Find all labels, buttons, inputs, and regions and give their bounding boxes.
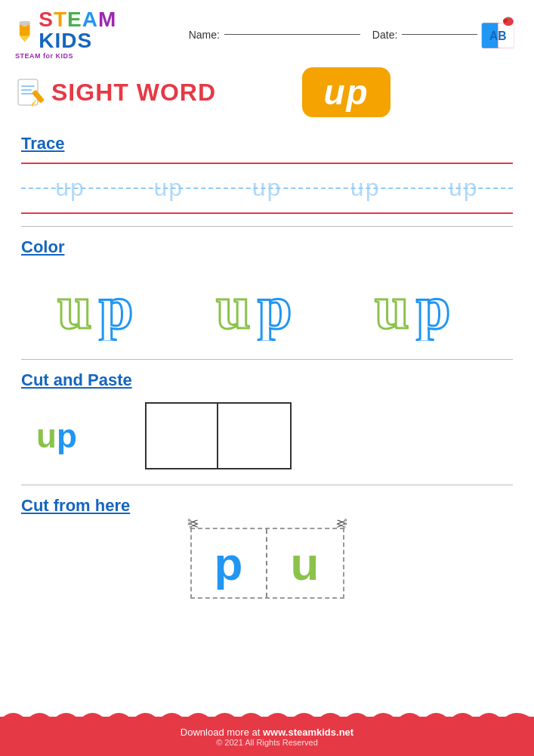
cut-letter-u: u [291,537,319,590]
word-badge-text: up [323,73,369,112]
footer-download-label: Download more at [181,727,263,738]
trace-word-4: up [350,174,381,202]
svg-rect-12 [21,85,35,87]
logo-a: A [82,8,98,31]
svg-text:AB: AB [489,29,507,42]
color-words-row: u p u p u p [21,262,513,352]
cut-paste-box-1 [147,404,218,468]
worksheet-icon [15,78,44,107]
sight-word-bar: SIGHT WORD up [0,66,534,123]
logo-kids: KIDS [39,29,92,52]
svg-rect-13 [21,89,32,91]
svg-text:u: u [375,273,409,341]
logo-t: T [54,8,67,31]
logo-area: STEAM KIDS STEAM for KIDS [15,9,174,60]
book-icon: AB [477,14,519,56]
cut-cell-u: u [267,529,343,597]
color-word-2: u p [208,269,326,341]
color-word-3: u p [367,269,484,341]
cut-from-here-area: ✂ ✂ p u [21,520,513,611]
footer-wave-svg [0,706,534,720]
trace-word-2: up [153,174,184,202]
logo-steam-text: STEAM KIDS [39,9,173,51]
trace-bottom-line [21,212,513,214]
cut-paste-boxes [145,402,292,469]
svg-text:p: p [99,273,134,341]
footer-spacer [0,614,534,674]
header: STEAM KIDS STEAM for KIDS Name: Date: AB [0,0,534,66]
cut-paste-section: Cut and Paste up [0,370,534,477]
name-date-area: Name: Date: [189,29,478,41]
color-title: Color [21,237,513,257]
date-label: Date: [372,29,397,41]
logo-s: S [39,8,54,31]
trace-word-5: up [449,174,479,202]
svg-point-9 [503,19,508,23]
footer-copyright: © 2021 All Rights Reserved [216,738,318,747]
dashed-box-wrapper: ✂ ✂ p u [190,528,344,599]
svg-text:p: p [416,273,451,341]
cut-paste-title: Cut and Paste [21,370,513,390]
footer: Download more at www.steamkids.net © 202… [0,717,534,756]
svg-rect-3 [23,25,27,26]
trace-section: Trace up up up up up [0,134,534,218]
cut-paste-row: up [21,395,513,477]
cut-paste-box-2 [218,404,290,468]
divider-1 [21,226,513,227]
cut-from-here-title: Cut from here [21,496,513,516]
divider-3 [21,485,513,485]
logo-sub-text: STEAM for KIDS [15,52,73,60]
cut-dashed-box: p u [190,528,344,599]
svg-marker-1 [20,36,30,42]
footer-url: www.steamkids.net [263,727,353,738]
svg-rect-2 [20,21,30,25]
logo-e: E [67,8,82,31]
name-field: Name: [189,29,360,41]
logo-wrap: STEAM KIDS [15,9,174,51]
svg-rect-14 [21,93,33,94]
svg-text:u: u [216,273,251,341]
cut-paste-p: p [57,417,77,454]
divider-2 [21,359,513,360]
cut-paste-word: up [36,417,77,455]
svg-text:p: p [258,273,292,341]
name-label: Name: [189,29,220,41]
svg-text:u: u [57,273,92,341]
trace-word-3: up [252,174,282,202]
trace-top-line [21,163,513,164]
cut-paste-u: u [36,417,57,454]
date-field: Date: [372,29,477,41]
cut-cell-p: p [192,529,267,597]
footer-download-text: Download more at www.steamkids.net [181,727,353,738]
sight-word-left: SIGHT WORD [15,78,216,107]
color-word-1: u p [50,269,167,341]
sight-word-title: SIGHT WORD [51,79,216,107]
trace-word-1: up [55,174,85,202]
name-line [224,34,360,35]
footer-wave [0,706,534,720]
cut-from-here-section: Cut from here ✂ ✂ p u [0,496,534,611]
trace-title: Trace [21,134,513,153]
pencil-logo-icon [15,18,39,42]
color-section: Color u p u p u p [0,237,534,352]
logo-m: M [98,8,116,31]
date-line [402,34,477,35]
svg-line-10 [508,17,509,18]
trace-words-row: up up up up up [21,166,513,209]
logo-subtitle: STEAM for KIDS [15,52,73,60]
word-badge: up [302,67,390,117]
cut-letter-p: p [215,537,243,590]
trace-area: up up up up up [21,158,513,218]
